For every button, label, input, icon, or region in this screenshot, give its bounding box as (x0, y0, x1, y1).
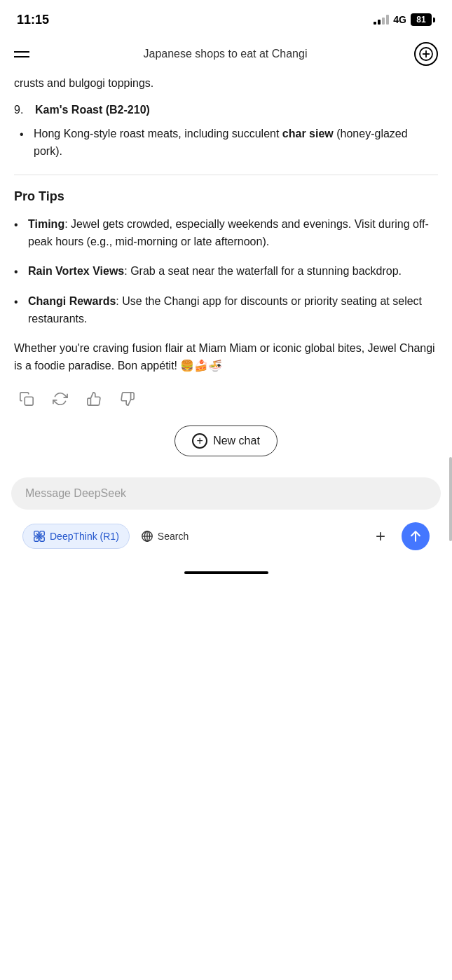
bullet-dot: • (20, 125, 28, 161)
tip-dot-3: • (14, 293, 22, 328)
scrollbar-track (449, 36, 452, 808)
tip-text-3: Changi Rewards: Use the Changi app for d… (28, 292, 438, 328)
like-button[interactable] (84, 389, 104, 409)
pro-tips-section: Pro Tips • Timing: Jewel gets crowded, e… (14, 189, 438, 328)
message-input[interactable]: Message DeepSeek (11, 477, 441, 510)
signal-icon (374, 15, 389, 25)
pro-tips-title: Pro Tips (14, 189, 438, 204)
bullet-text-9: Hong Kong-style roast meats, including s… (34, 125, 438, 161)
section-divider (14, 175, 438, 175)
pro-tip-timing: • Timing: Jewel gets crowded, especially… (14, 215, 438, 251)
status-right-icons: 4G 81 (374, 13, 435, 26)
tip-text-2: Rain Vortex Views: Grab a seat near the … (28, 262, 402, 281)
new-chat-plus-icon: + (192, 433, 207, 449)
attach-button[interactable]: + (368, 524, 393, 549)
status-bar: 11:15 4G 81 (0, 0, 452, 36)
message-input-area: Message DeepSeek DeepThink (R1) Search (0, 470, 452, 571)
svg-rect-3 (25, 397, 33, 405)
header: Japanese shops to eat at Changi (0, 36, 452, 74)
home-indicator-bar (184, 571, 268, 574)
dislike-button[interactable] (118, 389, 137, 409)
new-chat-button[interactable]: + New chat (174, 426, 278, 456)
tip-dot-1: • (14, 216, 22, 251)
item-title-9: Kam's Roast (B2-210) (35, 104, 150, 116)
scrollbar-thumb[interactable] (449, 457, 452, 541)
closing-text: Whether you're craving fusion flair at M… (14, 339, 438, 375)
bullet-list-9: • Hong Kong-style roast meats, including… (14, 125, 438, 161)
action-icons-row (14, 389, 438, 409)
deepthink-button[interactable]: DeepThink (R1) (22, 524, 130, 549)
refresh-button[interactable] (50, 389, 70, 409)
tip-text-1: Timing: Jewel gets crowded, especially w… (28, 215, 438, 251)
copy-button[interactable] (17, 389, 36, 409)
pro-tip-rain-vortex: • Rain Vortex Views: Grab a seat near th… (14, 262, 438, 281)
plus-icon: + (376, 526, 385, 546)
new-chat-header-button[interactable] (414, 42, 438, 66)
home-indicator (0, 571, 452, 580)
item-number-9: 9. (14, 104, 29, 116)
send-icon (409, 529, 423, 543)
header-title: Japanese shops to eat at Changi (36, 46, 414, 62)
send-button[interactable] (402, 522, 430, 550)
chat-content: crusts and bulgogi toppings. 9. Kam's Ro… (0, 74, 452, 409)
search-button[interactable]: Search (138, 524, 191, 548)
menu-button[interactable] (14, 43, 36, 65)
network-text: 4G (393, 14, 406, 25)
pro-tip-changi-rewards: • Changi Rewards: Use the Changi app for… (14, 292, 438, 328)
search-label: Search (158, 531, 189, 542)
status-time: 11:15 (17, 13, 49, 27)
bullet-item-9: • Hong Kong-style roast meats, including… (20, 125, 438, 161)
bottom-toolbar: DeepThink (R1) Search + (11, 519, 441, 562)
tip-dot-2: • (14, 263, 22, 281)
battery-icon: 81 (411, 13, 435, 26)
new-chat-label: New chat (213, 435, 260, 447)
deepthink-label: DeepThink (R1) (50, 531, 119, 542)
numbered-item-9: 9. Kam's Roast (B2-210) (14, 104, 438, 116)
message-placeholder: Message DeepSeek (25, 487, 126, 500)
new-chat-btn-container: + New chat (0, 426, 452, 456)
intro-text: crusts and bulgogi toppings. (14, 74, 438, 93)
